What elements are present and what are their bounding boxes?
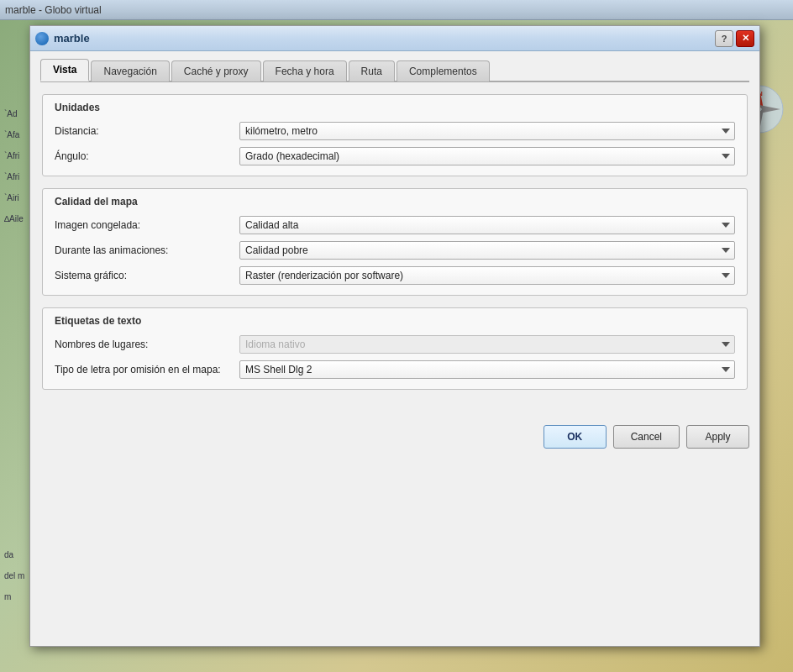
label-angulo: Ángulo:	[55, 150, 239, 162]
form-row-nombres-lugares: Nombres de lugares: Idioma nativo Inglés…	[55, 335, 735, 354]
apply-button[interactable]: Apply	[686, 425, 749, 449]
label-imagen-congelada: Imagen congelada:	[55, 219, 239, 231]
section-calidad-label: Calidad del mapa	[55, 196, 735, 207]
settings-dialog: marble ? ✕ Vista Navegación Caché y prox…	[29, 25, 760, 647]
tab-content-vista: Unidades Distancia: kilómetro, metro mil…	[40, 91, 749, 405]
tab-navegacion[interactable]: Navegación	[91, 60, 169, 81]
section-etiquetas-label: Etiquetas de texto	[55, 315, 735, 327]
select-tipo-letra[interactable]: MS Shell Dlg 2 Arial Times New Roman Seg…	[239, 360, 735, 379]
dialog-titlebar-buttons: ? ✕	[715, 30, 754, 47]
section-calidad-mapa: Calidad del mapa Imagen congelada: Calid…	[42, 188, 748, 296]
select-sistema-grafico[interactable]: Raster (renderización por software) Open…	[239, 266, 735, 285]
select-wrapper-distancia: kilómetro, metro milla, pie metro kilóme…	[239, 122, 735, 140]
section-unidades: Unidades Distancia: kilómetro, metro mil…	[42, 94, 748, 176]
control-distancia: kilómetro, metro milla, pie metro kilóme…	[239, 122, 735, 140]
form-row-tipo-letra: Tipo de letra por omisión en el mapa: MS…	[55, 360, 735, 379]
window-titlebar: marble - Globo virtual	[0, 0, 793, 20]
tab-complementos[interactable]: Complementos	[396, 60, 490, 81]
tab-ruta[interactable]: Ruta	[349, 60, 395, 81]
tab-fecha-hora[interactable]: Fecha y hora	[263, 60, 347, 81]
dialog-app-icon	[35, 32, 49, 45]
dialog-buttons-bar: OK Cancel Apply	[30, 415, 759, 459]
form-row-distancia: Distancia: kilómetro, metro milla, pie m…	[55, 122, 735, 140]
dialog-titlebar: marble ? ✕	[30, 26, 759, 51]
control-imagen-congelada: Calidad alta Calidad media Calidad baja	[239, 216, 735, 234]
tabs-bar: Vista Navegación Caché y proxy Fecha y h…	[40, 58, 749, 82]
control-animaciones: Calidad pobre Calidad media Calidad alta	[239, 241, 735, 260]
form-row-angulo: Ángulo: Grado (hexadecimal) Grado (decim…	[55, 147, 735, 165]
form-row-animaciones: Durante las animaciones: Calidad pobre C…	[55, 241, 735, 260]
dialog-main-content: Vista Navegación Caché y proxy Fecha y h…	[30, 51, 759, 415]
select-wrapper-imagen: Calidad alta Calidad media Calidad baja	[239, 216, 735, 234]
control-angulo: Grado (hexadecimal) Grado (decimal) Radi…	[239, 147, 735, 165]
label-distancia: Distancia:	[55, 125, 239, 137]
section-etiquetas: Etiquetas de texto Nombres de lugares: I…	[42, 307, 748, 390]
tab-cache-proxy[interactable]: Caché y proxy	[171, 60, 261, 81]
select-animaciones[interactable]: Calidad pobre Calidad media Calidad alta	[239, 241, 735, 260]
select-distancia[interactable]: kilómetro, metro milla, pie metro kilóme…	[239, 122, 735, 140]
window-title: marble - Globo virtual	[5, 4, 102, 16]
help-button[interactable]: ?	[715, 30, 733, 47]
tab-vista[interactable]: Vista	[40, 59, 89, 81]
section-unidades-label: Unidades	[55, 102, 735, 113]
form-row-sistema-grafico: Sistema gráfico: Raster (renderización p…	[55, 266, 735, 285]
ok-button[interactable]: OK	[544, 425, 607, 449]
close-button[interactable]: ✕	[736, 30, 754, 47]
control-sistema-grafico: Raster (renderización por software) Open…	[239, 266, 735, 285]
select-wrapper-tipo-letra: MS Shell Dlg 2 Arial Times New Roman Seg…	[239, 360, 735, 379]
label-tipo-letra: Tipo de letra por omisión en el mapa:	[55, 364, 239, 375]
select-angulo[interactable]: Grado (hexadecimal) Grado (decimal) Radi…	[239, 147, 735, 165]
dialog-title: marble	[54, 32, 90, 45]
select-wrapper-sistema: Raster (renderización por software) Open…	[239, 266, 735, 285]
control-nombres-lugares: Idioma nativo Inglés Español	[239, 335, 735, 354]
select-wrapper-animaciones: Calidad pobre Calidad media Calidad alta	[239, 241, 735, 260]
select-imagen-congelada[interactable]: Calidad alta Calidad media Calidad baja	[239, 216, 735, 234]
select-wrapper-angulo: Grado (hexadecimal) Grado (decimal) Radi…	[239, 147, 735, 165]
form-row-imagen-congelada: Imagen congelada: Calidad alta Calidad m…	[55, 216, 735, 234]
dialog-titlebar-left: marble	[35, 32, 90, 45]
label-nombres-lugares: Nombres de lugares:	[55, 339, 239, 350]
select-wrapper-nombres: Idioma nativo Inglés Español	[239, 335, 735, 354]
control-tipo-letra: MS Shell Dlg 2 Arial Times New Roman Seg…	[239, 360, 735, 379]
select-nombres-lugares[interactable]: Idioma nativo Inglés Español	[239, 335, 735, 354]
label-animaciones: Durante las animaciones:	[55, 244, 239, 256]
label-sistema-grafico: Sistema gráfico:	[55, 270, 239, 281]
cancel-button[interactable]: Cancel	[613, 425, 680, 449]
